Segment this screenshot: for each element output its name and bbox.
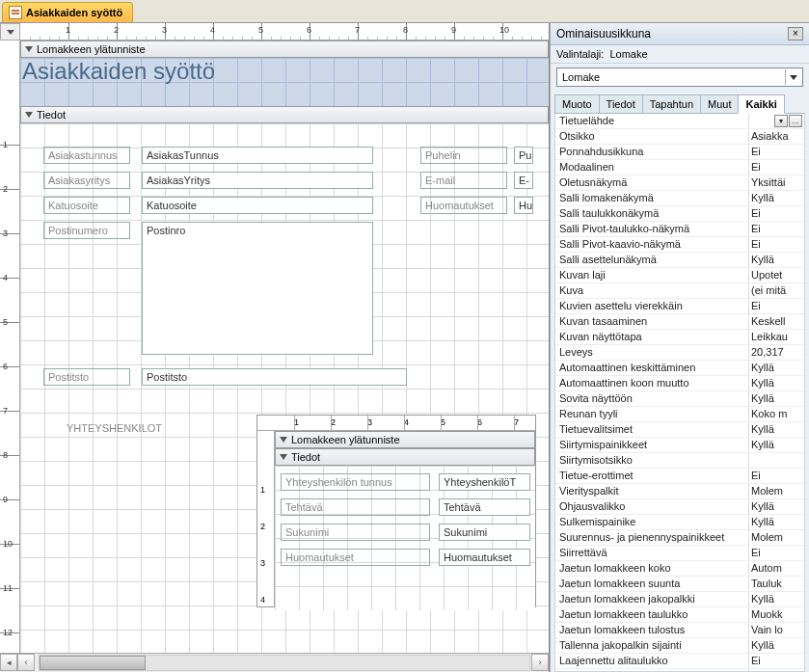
property-value[interactable]: Ei — [748, 160, 804, 175]
property-value[interactable]: Muokk — [748, 607, 804, 622]
property-row[interactable]: Salli taulukkonäkymäEi — [555, 206, 804, 222]
property-row[interactable]: PonnahdusikkunaEi — [555, 145, 804, 160]
object-selector-dropdown[interactable]: Lomake — [556, 67, 803, 87]
property-row[interactable]: Salli Pivot-taulukko-näkymäEi — [555, 222, 804, 237]
form-design-surface[interactable]: 1234567891011 1234567891011121314 Lomakk… — [0, 23, 550, 672]
property-value[interactable]: Kyllä — [748, 376, 804, 390]
sub-field-tunnus[interactable]: YhteyshenkilöT — [439, 473, 530, 491]
property-value[interactable]: Kyllä — [748, 391, 804, 406]
property-row[interactable]: Jaetun lomakkeen kokoAutom — [555, 561, 804, 577]
vertical-ruler[interactable]: 1234567891011121314 — [0, 40, 20, 653]
sub-field-sukunimi[interactable]: Sukunimi — [439, 524, 530, 541]
property-row[interactable]: Automaattinen keskittäminenKyllä — [555, 361, 804, 376]
property-value[interactable]: Kyllä — [748, 253, 804, 267]
property-row[interactable]: Kuvan näyttötapaLeikkau — [555, 330, 804, 345]
field-puhelin[interactable]: Pu — [514, 147, 533, 164]
sub-label-tunnus[interactable]: Yhteyshenkilön tunnus — [281, 473, 430, 491]
property-value[interactable]: Ei — [748, 546, 804, 560]
close-button[interactable]: × — [788, 27, 803, 40]
property-value[interactable]: Ei — [748, 299, 804, 313]
label-katuosoite[interactable]: Katuosoite — [43, 197, 130, 214]
label-postitsto[interactable]: Postitsto — [43, 368, 130, 386]
sub-label-huom[interactable]: Huomautukset — [281, 549, 430, 566]
property-row[interactable]: Salli asettelunäkymäKyllä — [555, 253, 804, 268]
label-email[interactable]: E-mail — [420, 172, 507, 189]
property-row[interactable]: OhjausvalikkoKyllä — [555, 499, 804, 515]
property-row[interactable]: Kuvan tasaaminenKeskell — [555, 314, 804, 330]
property-row[interactable]: Salli Pivot-kaavio-näkymäEi — [555, 237, 804, 253]
property-value[interactable]: ▾… — [748, 114, 804, 128]
label-asiakastunnus[interactable]: Asiakastunnus — [43, 147, 130, 164]
property-tab-muoto[interactable]: Muoto — [554, 94, 600, 113]
property-value[interactable]: Kyllä — [748, 191, 804, 205]
sub-label-sukunimi[interactable]: Sukunimi — [281, 524, 430, 541]
property-tab-muut[interactable]: Muut — [700, 94, 739, 113]
property-value[interactable]: Ei — [748, 654, 804, 668]
detail-area[interactable]: Asiakastunnus AsiakasTunnus Asiakasyrity… — [20, 123, 549, 653]
property-row[interactable]: Salli lomakenäkymäKyllä — [555, 191, 804, 206]
property-value[interactable]: Tauluk — [748, 577, 804, 591]
sub-section-header[interactable]: Lomakkeen ylätunniste — [275, 431, 535, 448]
property-row[interactable]: Leveys20,317 — [555, 345, 804, 361]
property-row[interactable]: Tietue-erottimetEi — [555, 469, 804, 484]
property-sheet-title-bar[interactable]: Ominaisuusikkuna × — [551, 23, 809, 45]
property-row[interactable]: Sovita näyttöönKyllä — [555, 391, 804, 407]
property-value[interactable]: Kyllä — [748, 499, 804, 514]
property-grid[interactable]: Tietuelähde▾…OtsikkoAsiakkaPonnahdusikku… — [554, 114, 805, 672]
property-value[interactable]: Autom — [748, 561, 804, 576]
property-value[interactable]: Kyllä — [748, 638, 804, 653]
property-value[interactable]: Ei — [748, 222, 804, 236]
property-value[interactable]: Molem — [748, 484, 804, 498]
property-row[interactable]: OletusnäkymäYksittäi — [555, 175, 804, 191]
property-value[interactable]: Yksittäi — [748, 175, 804, 190]
property-value[interactable]: Kyllä — [748, 515, 804, 529]
label-puhelin[interactable]: Puhelin — [420, 147, 507, 164]
horizontal-scrollbar[interactable] — [39, 655, 530, 671]
property-row[interactable]: Jaetun lomakkeen tulostusVain lo — [555, 623, 804, 638]
horizontal-ruler[interactable]: 1234567891011 — [20, 23, 549, 40]
property-row[interactable]: Jaetun lomakkeen jakopalkkiKyllä — [555, 592, 804, 607]
property-row[interactable]: TietuevalitsimetKyllä — [555, 422, 804, 438]
field-katuosoite[interactable]: Katuosoite — [142, 197, 373, 214]
property-value[interactable]: Upotet — [748, 268, 804, 282]
sub-field-huom[interactable]: Huomautukset — [439, 549, 530, 566]
nav-next-button[interactable]: › — [531, 654, 549, 671]
sub-section-detail[interactable]: Tiedot — [275, 448, 535, 466]
property-row[interactable]: OtsikkoAsiakka — [555, 129, 804, 145]
property-value[interactable]: Keskell — [748, 314, 804, 329]
section-bar-detail[interactable]: Tiedot — [20, 106, 549, 123]
property-value[interactable]: Ei — [748, 206, 804, 221]
property-row[interactable]: Kuvien asettelu vierekkäinEi — [555, 299, 804, 314]
property-row[interactable]: Laajennettu alitaulukkoEi — [555, 654, 804, 669]
field-postinro[interactable]: Postinro — [142, 222, 373, 355]
property-value[interactable]: (ei mitä — [748, 283, 804, 298]
property-row[interactable]: Siirtymisotsikko — [555, 453, 804, 469]
scrollbar-thumb[interactable] — [40, 656, 146, 670]
property-value[interactable] — [748, 453, 804, 468]
subform-yhteyshenkilot[interactable]: 1234567 1234 Lomakkeen ylätunniste Tiedo… — [256, 415, 536, 607]
property-row[interactable]: Suurennus- ja pienennyspainikkeetMolem — [555, 530, 804, 546]
property-row[interactable]: ModaalinenEi — [555, 160, 804, 175]
form-selector[interactable] — [0, 23, 20, 40]
property-row[interactable]: Jaetun lomakkeen taulukkoMuokk — [555, 607, 804, 623]
sub-vertical-ruler[interactable]: 1234 — [257, 431, 275, 606]
property-row[interactable]: SiirrettäväEi — [555, 546, 804, 561]
property-value[interactable]: Kyllä — [748, 438, 804, 452]
nav-prev-button[interactable]: ‹ — [17, 654, 35, 671]
property-value[interactable]: Asiakka — [748, 129, 804, 144]
property-value[interactable]: Kyllä — [748, 422, 804, 437]
property-row[interactable]: Tallenna jakopalkin sijaintiKyllä — [555, 638, 804, 654]
label-postinumero[interactable]: Postinumero — [43, 222, 130, 239]
property-row[interactable]: Reunan tyyliKoko m — [555, 407, 804, 422]
nav-first-button[interactable]: ◂ — [0, 654, 17, 671]
property-value[interactable]: Molem — [748, 530, 804, 545]
field-huomautukset[interactable]: Hu — [514, 197, 533, 214]
form-header-area[interactable]: Asiakkaiden syöttö — [20, 58, 549, 106]
property-row[interactable]: VierityspalkitMolem — [555, 484, 804, 499]
property-value[interactable]: Vain lo — [748, 623, 804, 637]
property-row[interactable]: Jaetun lomakkeen suuntaTauluk — [555, 577, 804, 592]
sub-horizontal-ruler[interactable]: 1234567 — [257, 416, 535, 431]
field-postitsto[interactable]: Postitsto — [142, 368, 407, 386]
label-huomautukset[interactable]: Huomautukset — [420, 197, 507, 214]
property-tab-tapahtun[interactable]: Tapahtun — [642, 94, 701, 113]
